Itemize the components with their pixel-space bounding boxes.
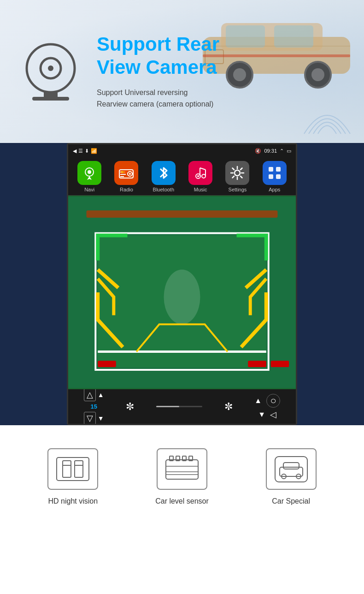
feature-car-special: Car Special — [245, 448, 337, 505]
fan-right: ✼ — [224, 401, 233, 413]
svg-rect-14 — [44, 92, 58, 97]
hd-night-svg — [54, 455, 91, 483]
right-controls: ▲ ○ ▼ ◁ — [254, 394, 280, 420]
bottom-controls: △ ▲ 15 ▽ ▼ ✼ ✼ — [68, 389, 296, 424]
settings-icon-box — [225, 161, 249, 185]
car-sensor-svg — [161, 454, 203, 484]
status-bar: ◀ ☰ ⬇ 📶 🔇 09:31 ⌃ ▭ — [68, 144, 296, 157]
car-sensor-icon — [157, 448, 207, 490]
svg-point-13 — [48, 65, 53, 71]
expand-icon[interactable]: ⌃ — [280, 148, 284, 154]
svg-rect-38 — [276, 174, 281, 179]
back-btn[interactable]: ◁ — [270, 410, 276, 420]
main-title: Support Rear View Camera — [97, 33, 219, 79]
signal-icon: 📶 — [91, 148, 97, 154]
home-btn[interactable]: ○ — [266, 394, 280, 408]
status-right: 🔇 09:31 ⌃ ▭ — [255, 148, 291, 154]
camera-view — [68, 196, 296, 389]
music-icon-box — [188, 161, 212, 185]
vol-up-filled[interactable]: ▲ — [98, 391, 104, 398]
download-icon: ⬇ — [85, 148, 89, 154]
apps-icon-box — [263, 161, 287, 185]
features-section: HD night vision Car level sensor — [0, 425, 364, 529]
progress-controls — [156, 406, 202, 407]
fan-right-icon[interactable]: ✼ — [224, 401, 233, 413]
battery-icon: ▭ — [287, 148, 291, 154]
svg-point-47 — [164, 270, 200, 325]
svg-rect-10 — [203, 54, 350, 57]
svg-rect-15 — [32, 97, 69, 101]
svg-rect-36 — [276, 167, 281, 172]
camera-icon — [18, 24, 83, 117]
volume-group: △ ▲ 15 ▽ ▼ — [84, 388, 104, 425]
radio-label: Radio — [120, 187, 133, 192]
top-section: Support Rear View Camera Support Univers… — [0, 0, 364, 143]
clock: 09:31 — [264, 148, 277, 154]
app-bluetooth[interactable]: Bluetooth — [147, 161, 180, 192]
vol-down-outline[interactable]: ▽ — [84, 412, 96, 425]
svg-point-25 — [121, 171, 123, 173]
app-radio[interactable]: Radio — [110, 161, 142, 192]
svg-marker-18 — [87, 176, 92, 180]
svg-point-17 — [88, 170, 91, 174]
vol-down-filled[interactable]: ▼ — [98, 415, 104, 422]
svg-point-34 — [235, 170, 240, 176]
svg-rect-40 — [87, 210, 278, 218]
status-left: ◀ ☰ ⬇ 📶 — [73, 148, 97, 154]
svg-rect-44 — [98, 361, 116, 367]
hd-night-label: HD night vision — [48, 497, 98, 505]
screen-wrapper: ◀ ☰ ⬇ 📶 🔇 09:31 ⌃ ▭ — [0, 143, 364, 425]
svg-line-30 — [200, 168, 205, 170]
car-special-label: Car Special — [272, 497, 310, 505]
svg-point-5 — [233, 68, 246, 81]
svg-point-27 — [125, 171, 127, 173]
svg-rect-3 — [274, 25, 313, 48]
parking-guide — [68, 196, 296, 389]
fan-left-icon[interactable]: ✼ — [126, 401, 134, 413]
camera-icon-container — [18, 24, 83, 119]
svg-rect-35 — [269, 167, 273, 172]
svg-rect-46 — [271, 361, 289, 367]
progress-track[interactable] — [156, 406, 202, 407]
svg-rect-50 — [75, 461, 83, 477]
app-row: Navi — [68, 157, 296, 196]
menu-icon: ☰ — [78, 148, 83, 154]
svg-rect-45 — [248, 361, 266, 367]
car-special-svg — [270, 454, 312, 484]
navi-icon — [77, 161, 101, 185]
apps-label: Apps — [269, 187, 280, 192]
app-navi[interactable]: Navi — [73, 161, 106, 192]
navi-label: Navi — [84, 187, 94, 192]
svg-point-26 — [123, 171, 125, 173]
car-sensor-label: Car level sensor — [155, 497, 209, 505]
svg-point-29 — [197, 175, 199, 177]
car-special-icon — [266, 448, 317, 490]
app-apps[interactable]: Apps — [258, 161, 291, 192]
bluetooth-icon-box — [152, 161, 176, 185]
android-screen: ◀ ☰ ⬇ 📶 🔇 09:31 ⌃ ▭ — [67, 143, 297, 425]
svg-rect-2 — [226, 25, 265, 48]
feature-hd-night: HD night vision — [27, 448, 119, 505]
settings-label: Settings — [229, 187, 247, 192]
svg-rect-48 — [57, 457, 89, 481]
mute-icon: 🔇 — [255, 148, 261, 154]
fan-left: ✼ — [126, 401, 134, 413]
radar-icon — [299, 101, 355, 138]
volume-number: 15 — [91, 403, 97, 410]
svg-rect-53 — [166, 460, 198, 479]
track-up[interactable]: ▲ — [254, 397, 262, 405]
svg-point-33 — [202, 174, 205, 178]
svg-rect-37 — [269, 174, 273, 179]
bluetooth-label: Bluetooth — [153, 187, 174, 192]
back-icon[interactable]: ◀ — [73, 148, 76, 154]
hd-night-icon — [47, 448, 98, 490]
svg-rect-49 — [63, 461, 71, 477]
app-settings[interactable]: Settings — [221, 161, 253, 192]
radio-icon-box — [114, 161, 138, 185]
vol-up-outline[interactable]: △ — [84, 388, 96, 401]
svg-rect-63 — [283, 463, 299, 469]
track-down[interactable]: ▼ — [258, 410, 265, 419]
feature-car-sensor: Car level sensor — [136, 448, 228, 505]
app-music[interactable]: Music — [184, 161, 217, 192]
svg-point-21 — [129, 173, 131, 175]
